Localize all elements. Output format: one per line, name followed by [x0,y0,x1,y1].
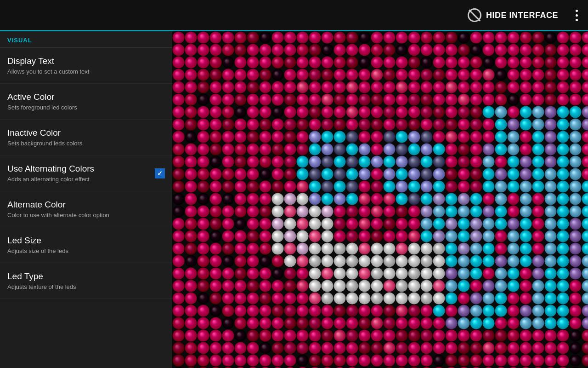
dot-1 [576,10,578,12]
sidebar-section-title: VISUAL [0,31,172,48]
sidebar-item-desc-use-alternating-colors: Adds an alternating color effect [7,176,165,183]
sidebar-item-title-active-color: Active Color [7,92,165,102]
sidebar: VISUAL Display TextAllows you to set a c… [0,31,172,368]
sidebar-item-checkbox-use-alternating-colors[interactable] [155,168,165,178]
led-canvas [172,31,588,368]
sidebar-item-title-inactive-color: Inactive Color [7,128,165,138]
sidebar-item-display-text[interactable]: Display TextAllows you to set a custom t… [0,48,172,84]
led-display [172,31,588,368]
topbar: HIDE INTERFACE [0,0,588,31]
sidebar-item-inactive-color[interactable]: Inactive ColorSets background leds color… [0,120,172,155]
sidebar-item-led-size[interactable]: Led SizeAdjusts size of the leds [0,227,172,263]
dot-3 [576,19,578,21]
sidebar-item-desc-inactive-color: Sets background leds colors [7,140,165,147]
sidebar-item-active-color[interactable]: Active ColorSets foreground led colors [0,84,172,120]
sidebar-item-desc-alternate-color: Color to use with alternate color option [7,212,165,218]
sidebar-item-desc-active-color: Sets foreground led colors [7,104,165,111]
sidebar-item-desc-led-type: Adjusts texture of the leds [7,283,165,290]
sidebar-item-title-led-size: Led Size [7,236,165,246]
sidebar-item-title-led-type: Led Type [7,271,165,282]
more-options-button[interactable] [573,6,581,25]
hide-interface-label: HIDE INTERFACE [486,11,558,20]
dot-2 [576,14,578,17]
sidebar-item-desc-display-text: Allows you to set a custom text [7,68,165,75]
sidebar-item-alternate-color[interactable]: Alternate ColorColor to use with alterna… [0,191,172,227]
hide-interface-button[interactable]: HIDE INTERFACE [462,5,564,26]
sidebar-item-desc-led-size: Adjusts size of the leds [7,247,165,254]
sidebar-item-led-type[interactable]: Led TypeAdjusts texture of the leds [0,263,172,299]
sidebar-item-use-alternating-colors[interactable]: Use Alternating ColorsAdds an alternatin… [0,155,172,191]
sidebar-item-title-use-alternating-colors: Use Alternating Colors [7,164,165,174]
sidebar-item-title-alternate-color: Alternate Color [7,200,165,210]
no-symbol-icon [468,8,481,22]
sidebar-item-title-display-text: Display Text [7,56,165,66]
main-layout: VISUAL Display TextAllows you to set a c… [0,31,588,368]
